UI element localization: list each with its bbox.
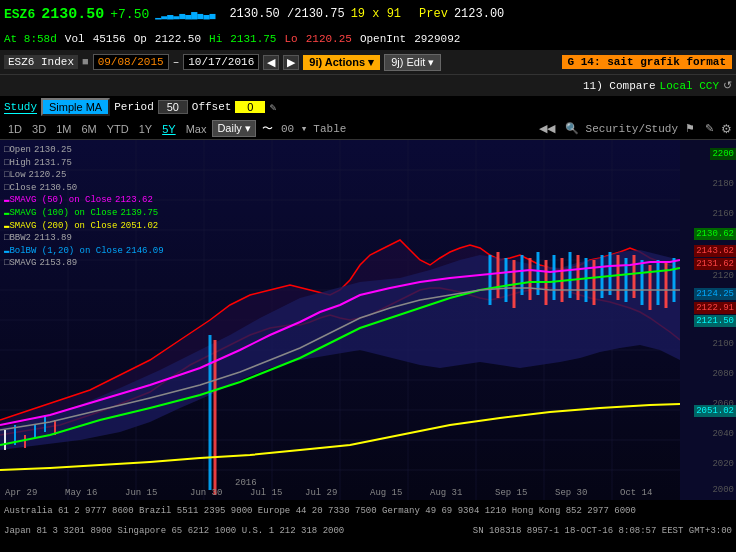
nav-next-button[interactable]: ▶: [283, 55, 299, 70]
study-row: Study Simple MA Period Offset ✎: [0, 96, 736, 118]
scroll-left-button[interactable]: ◀◀: [536, 121, 558, 136]
price-label-8: 2124.25: [694, 288, 736, 300]
gear-icon[interactable]: ⚙: [721, 122, 732, 136]
size-display: 19 x 91: [351, 7, 401, 21]
legend-bolbw: ▬BolBW (1,20) on Close 2146.09: [4, 245, 164, 258]
price-label-7: 2120: [710, 270, 736, 282]
op-label: Op: [134, 33, 147, 45]
edit-button[interactable]: 9j) Edit ▾: [384, 54, 441, 71]
svg-text:Aug 31: Aug 31: [430, 488, 462, 498]
period-input[interactable]: [158, 100, 188, 114]
price-main: 2130.50: [41, 6, 104, 23]
study-button[interactable]: Study: [4, 101, 37, 114]
ticker-label: ESZ6 Index: [4, 55, 78, 69]
nav-prev-button[interactable]: ◀: [263, 55, 279, 70]
vol-val: 45156: [93, 33, 126, 45]
price-label-4: 2130.62: [694, 228, 736, 240]
price-label-3: 2160: [710, 208, 736, 220]
timeframe-row: 1D 3D 1M 6M YTD 1Y 5Y Max Daily ▾ 〜 00 ▾…: [0, 118, 736, 140]
legend-open: □Open 2130.25: [4, 144, 164, 157]
chart-type-icon[interactable]: 〜: [258, 120, 277, 137]
price-label-5: 2143.62: [694, 245, 736, 257]
price-label-9: 2122.91: [694, 302, 736, 314]
svg-text:Sep 15: Sep 15: [495, 488, 527, 498]
toolbar-row: ESZ6 Index ■ 09/08/2015 – 10/17/2016 ◀ ▶…: [0, 50, 736, 74]
legend-smavg100: ▬SMAVG (100) on Close 2139.75: [4, 207, 164, 220]
price-label-2: 2180: [710, 178, 736, 190]
price-labels: 2200 2180 2160 2130.62 2143.62 2131.62 2…: [676, 140, 736, 500]
chart-legend: □Open 2130.25 □High 2131.75 □Low 2120.25…: [4, 144, 164, 270]
price-label-15: 2040: [710, 428, 736, 440]
symbol-label: ESZ6: [4, 7, 35, 22]
tf-1d-button[interactable]: 1D: [4, 122, 26, 136]
price-label-6: 2131.62: [694, 258, 736, 270]
op-val: 2122.50: [155, 33, 201, 45]
date-start[interactable]: 09/08/2015: [93, 54, 169, 70]
top-bar: ESZ6 2130.50 +7.50 ▁▂▃▂▄▃▅▄▃▄ 2130.50 /2…: [0, 0, 736, 28]
compare-row: 11) Compare Local CCY ↺: [0, 74, 736, 96]
time-label: At 8:58d: [4, 33, 57, 45]
prev-val: 2123.00: [454, 7, 504, 21]
table-label[interactable]: Table: [311, 122, 348, 136]
tf-1y-button[interactable]: 1Y: [135, 122, 156, 136]
legend-low: □Low 2120.25: [4, 169, 164, 182]
legend-close: □Close 2130.50: [4, 182, 164, 195]
vol-label: Vol: [65, 33, 85, 45]
contact-info-1: Australia 61 2 9777 8600 Brazil 5511 239…: [4, 506, 636, 516]
edit-pencil-icon[interactable]: ✎: [269, 101, 276, 114]
price-label-12: 2080: [710, 368, 736, 380]
offset-input[interactable]: [235, 101, 265, 113]
svg-text:May 16: May 16: [65, 488, 97, 498]
chart-area[interactable]: Apr 29 May 16 Jun 15 Jun 30 Jul 15 Jul 2…: [0, 140, 736, 500]
price-label-10: 2121.50: [694, 315, 736, 327]
svg-text:Aug 15: Aug 15: [370, 488, 402, 498]
prev-label: Prev: [419, 7, 448, 21]
contact-info-2: Japan 81 3 3201 8900 Singapore 65 6212 1…: [4, 526, 344, 536]
chart-style-00[interactable]: 00 ▾: [279, 121, 309, 136]
tf-ytd-button[interactable]: YTD: [103, 122, 133, 136]
price-label-16: 2020: [710, 458, 736, 470]
tf-6m-button[interactable]: 6M: [77, 122, 100, 136]
edit-chart-icon[interactable]: ✎: [702, 121, 717, 136]
price-change: +7.50: [110, 7, 149, 22]
compare-label[interactable]: 11) Compare: [583, 80, 656, 92]
tf-5y-button[interactable]: 5Y: [158, 122, 179, 136]
bid-ask: 2130.50 /2130.75: [229, 7, 344, 21]
dash-icon: ■: [82, 56, 89, 68]
svg-text:Jun 15: Jun 15: [125, 488, 157, 498]
flag-icon[interactable]: ⚑: [682, 121, 698, 136]
compare-val: Local CCY: [660, 80, 719, 92]
footer-row: Japan 81 3 3201 8900 Singapore 65 6212 1…: [0, 522, 736, 540]
hi-val: 2131.75: [230, 33, 276, 45]
right-info-label: G 14: sait grafik format: [562, 55, 732, 69]
search-icon[interactable]: 🔍: [562, 121, 582, 136]
svg-text:Jun 30: Jun 30: [190, 488, 222, 498]
tf-right-controls: ◀◀ 🔍 Security/Study ⚑ ✎ ⚙: [536, 121, 732, 136]
actions-button[interactable]: 9i) Actions ▾: [303, 55, 380, 70]
price-label-1: 2200: [710, 148, 736, 160]
lo-val: 2120.25: [306, 33, 352, 45]
legend-smavg200: ▬SMAVG (200) on Close 2051.02: [4, 220, 164, 233]
hi-label: Hi: [209, 33, 222, 45]
svg-text:Jul 15: Jul 15: [250, 488, 282, 498]
svg-text:2016: 2016: [235, 478, 257, 488]
tf-max-button[interactable]: Max: [182, 122, 211, 136]
security-study-label: Security/Study: [586, 123, 678, 135]
price-label-14: 2051.02: [694, 405, 736, 417]
daily-button[interactable]: Daily ▾: [212, 120, 256, 137]
bottom-contact-bar: Australia 61 2 9777 8600 Brazil 5511 239…: [0, 500, 736, 522]
tf-3d-button[interactable]: 3D: [28, 122, 50, 136]
svg-text:Oct 14: Oct 14: [620, 488, 652, 498]
tf-1m-button[interactable]: 1M: [52, 122, 75, 136]
compare-refresh-button[interactable]: ↺: [723, 79, 732, 92]
price-label-11: 2100: [710, 338, 736, 350]
legend-bb2: □BBW2 2113.89: [4, 232, 164, 245]
legend-high: □High 2131.75: [4, 157, 164, 170]
date-separator: –: [173, 56, 180, 68]
period-label: Period: [114, 101, 154, 113]
legend-smavg50: ▬SMAVG (50) on Close 2123.62: [4, 194, 164, 207]
footer-sn: SN 108318 8957-1 18-OCT-16 8:08:57 EEST …: [473, 526, 732, 536]
offset-label: Offset: [192, 101, 232, 113]
date-end[interactable]: 10/17/2016: [183, 54, 259, 70]
study-type-button[interactable]: Simple MA: [41, 98, 110, 116]
